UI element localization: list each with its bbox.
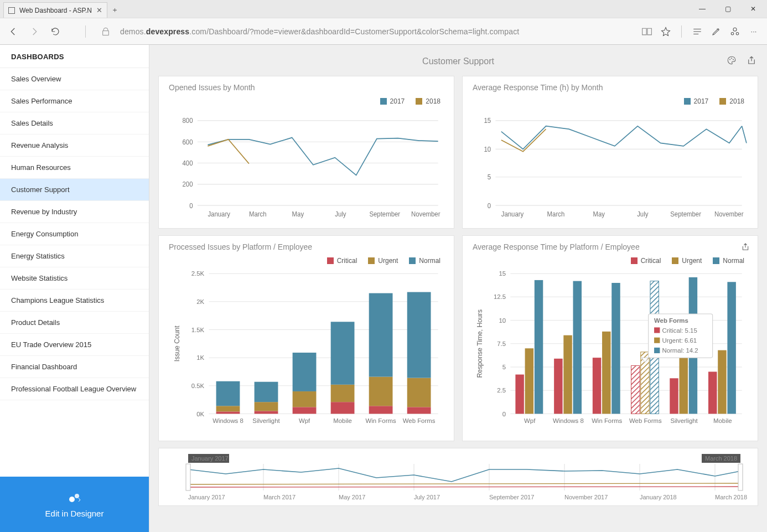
forward-button[interactable] (28, 25, 41, 38)
palette-icon[interactable] (725, 54, 738, 67)
chart-opened-issues: 0 200 400 600 800 January March May July (169, 109, 444, 224)
legend-2017[interactable]: 2017 (380, 97, 405, 105)
window-maximize-button[interactable]: ▢ (716, 2, 739, 16)
export-icon[interactable] (739, 240, 752, 254)
edit-in-designer-button[interactable]: Edit in Designer (0, 477, 149, 532)
window-minimize-button[interactable]: — (691, 2, 714, 16)
chart-avg-response-month: 0 5 10 15 January March May July Septemb… (473, 109, 748, 224)
legend-normal[interactable]: Normal (409, 257, 440, 265)
svg-rect-108 (631, 365, 640, 414)
svg-text:Mobile: Mobile (713, 417, 732, 424)
legend-year: 2017 2018 (473, 97, 744, 105)
svg-point-0 (733, 28, 737, 31)
url-prefix: demos. (120, 27, 146, 36)
sidebar-items: Sales OverviewSales PerformanceSales Det… (0, 68, 149, 477)
sidebar-item[interactable]: Sales Details (0, 112, 149, 135)
sidebar-item[interactable]: Champions League Statistics (0, 290, 149, 312)
hub-icon[interactable] (691, 25, 704, 38)
svg-text:Silverlight: Silverlight (252, 417, 280, 424)
sidebar-item[interactable]: Energy Consumption (0, 223, 149, 245)
new-tab-button[interactable]: ＋ (107, 2, 123, 18)
legend-urgent[interactable]: Urgent (672, 257, 702, 265)
svg-rect-109 (641, 352, 649, 414)
svg-text:5: 5 (488, 173, 491, 180)
address-bar: demos.devexpress.com/Dashboard/?mode=vie… (0, 18, 767, 44)
chart-processed-issues: 0K0.5K1K1.5K2K2.5KIssue CountWindows 8Si… (169, 268, 444, 436)
close-icon[interactable]: ✕ (96, 6, 102, 14)
share-icon[interactable] (728, 25, 742, 38)
range-filter-chart[interactable]: January 2017 March 2018 J (167, 453, 750, 502)
sidebar-item[interactable]: Financial Dashboard (0, 356, 149, 378)
export-icon[interactable] (745, 54, 758, 67)
svg-text:January 2018: January 2018 (640, 494, 677, 500)
sidebar-item[interactable]: Professional Football League Overview (0, 378, 149, 400)
refresh-button[interactable] (49, 25, 62, 38)
sidebar-item[interactable]: Human Resources (0, 157, 149, 179)
favorite-icon[interactable] (659, 25, 672, 38)
sidebar-item[interactable]: Revenue by Industry (0, 201, 149, 223)
svg-text:September 2017: September 2017 (489, 494, 534, 500)
svg-text:2.5: 2.5 (497, 387, 506, 394)
svg-point-4 (75, 494, 79, 498)
back-button[interactable] (7, 25, 20, 38)
url-field[interactable]: demos.devexpress.com/Dashboard/?mode=vie… (120, 27, 633, 36)
svg-text:0: 0 (502, 411, 506, 417)
svg-text:Web Forms: Web Forms (629, 417, 662, 424)
svg-rect-53 (216, 381, 240, 406)
sidebar-item[interactable]: Sales Overview (0, 68, 149, 90)
svg-text:November: November (411, 210, 440, 218)
svg-rect-113 (679, 339, 687, 414)
svg-rect-100 (554, 359, 562, 414)
window-close-button[interactable]: ✕ (742, 2, 765, 16)
sidebar-item[interactable]: Revenue Analysis (0, 135, 149, 157)
card-opened-issues: Opened Issues by Month 2017 2018 0 200 4… (158, 76, 454, 229)
svg-rect-63 (331, 402, 355, 414)
sidebar-item[interactable]: Product Details (0, 312, 149, 334)
sidebar-item[interactable]: Sales Performance (0, 90, 149, 112)
svg-text:2.5K: 2.5K (191, 270, 205, 277)
svg-rect-61 (293, 353, 317, 391)
svg-text:0.5K: 0.5K (191, 383, 205, 389)
legend-2018[interactable]: 2018 (416, 97, 440, 105)
reading-list-icon[interactable] (640, 25, 654, 38)
svg-text:Windows 8: Windows 8 (553, 417, 584, 424)
svg-text:0: 0 (488, 202, 491, 209)
legend-critical[interactable]: Critical (631, 257, 661, 265)
svg-text:Win Forms: Win Forms (592, 417, 622, 424)
svg-text:2K: 2K (196, 298, 204, 305)
svg-rect-112 (670, 378, 678, 414)
svg-rect-55 (255, 411, 278, 414)
svg-text:January 2017: January 2017 (188, 494, 225, 500)
svg-rect-65 (331, 322, 355, 384)
legend-urgent[interactable]: Urgent (368, 257, 398, 265)
svg-text:September: September (670, 210, 701, 218)
svg-rect-140 (186, 464, 190, 490)
svg-rect-97 (525, 348, 533, 414)
sidebar: DASHBOARDS Sales OverviewSales Performan… (0, 45, 149, 532)
svg-text:600: 600 (182, 138, 193, 145)
sidebar-item[interactable]: Customer Support (0, 179, 149, 201)
sidebar-item[interactable]: Energy Statistics (0, 245, 149, 267)
browser-tab[interactable]: Web Dashboard - ASP.N ✕ (3, 2, 107, 18)
legend-normal[interactable]: Normal (713, 257, 744, 265)
legend-critical[interactable]: Critical (327, 257, 357, 265)
svg-rect-56 (255, 402, 278, 411)
svg-rect-102 (573, 281, 582, 414)
svg-text:March: March (249, 210, 267, 218)
svg-text:800: 800 (182, 117, 193, 124)
card-title: Processed Issues by Platform / Employee (169, 242, 444, 251)
notes-icon[interactable] (709, 25, 723, 38)
svg-text:Windows 8: Windows 8 (213, 417, 243, 424)
sidebar-item[interactable]: Website Statistics (0, 267, 149, 290)
svg-text:Issue Count: Issue Count (173, 326, 181, 361)
chart-avg-response-platform: 02.557.51012.515Response Time, HoursWpfW… (473, 268, 748, 436)
svg-rect-104 (593, 358, 601, 414)
legend-2017[interactable]: 2017 (684, 97, 709, 105)
range-filter[interactable]: January 2017 March 2018 J (158, 448, 758, 506)
svg-rect-106 (611, 283, 620, 414)
sidebar-item[interactable]: EU Trade Overview 2015 (0, 334, 149, 356)
url-rest: .com/Dashboard/?mode=viewer&dashboardId=… (189, 27, 519, 36)
legend-severity: Critical Urgent Normal (169, 257, 440, 265)
more-icon[interactable]: ··· (747, 25, 760, 38)
legend-2018[interactable]: 2018 (719, 97, 744, 105)
